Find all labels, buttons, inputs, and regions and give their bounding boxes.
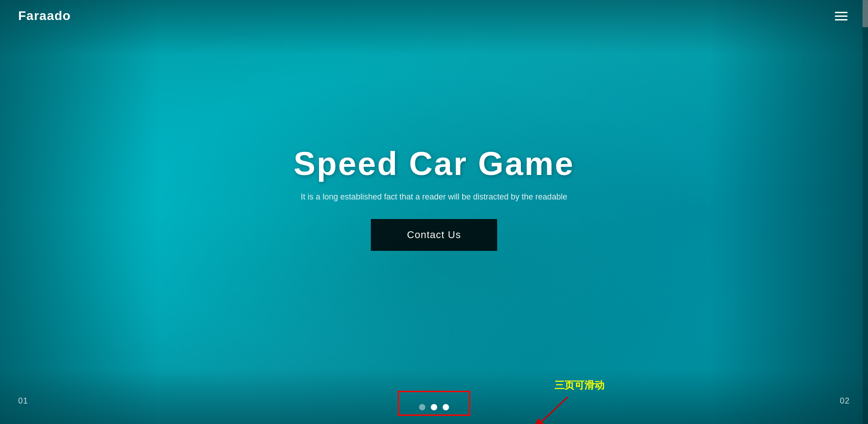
scrollbar[interactable]	[863, 0, 868, 424]
bottom-shadow	[0, 369, 868, 424]
right-shadow	[709, 0, 868, 424]
hero-title: Speed Car Game	[294, 146, 574, 182]
hero-section: Faraado Speed Car Game It is a long esta…	[0, 0, 868, 424]
slide-dot-indicators	[419, 404, 449, 410]
hamburger-line-3	[835, 19, 848, 20]
hamburger-menu[interactable]	[833, 10, 850, 23]
hero-content: Speed Car Game It is a long established …	[294, 146, 574, 251]
slide-number-left: 01	[18, 396, 28, 406]
slide-dot-3[interactable]	[443, 404, 449, 410]
contact-us-button[interactable]: Contact Us	[371, 219, 498, 251]
slide-dot-2[interactable]	[431, 404, 437, 410]
hamburger-line-2	[835, 15, 848, 17]
hamburger-line-1	[835, 12, 848, 13]
scrollbar-thumb[interactable]	[863, 0, 868, 27]
slide-number-right: 02	[840, 396, 850, 406]
slide-dot-1[interactable]	[419, 404, 425, 410]
left-shadow	[0, 0, 159, 424]
brand-name[interactable]: Faraado	[18, 9, 71, 23]
hero-subtitle: It is a long established fact that a rea…	[301, 191, 567, 203]
navbar: Faraado	[0, 0, 868, 32]
